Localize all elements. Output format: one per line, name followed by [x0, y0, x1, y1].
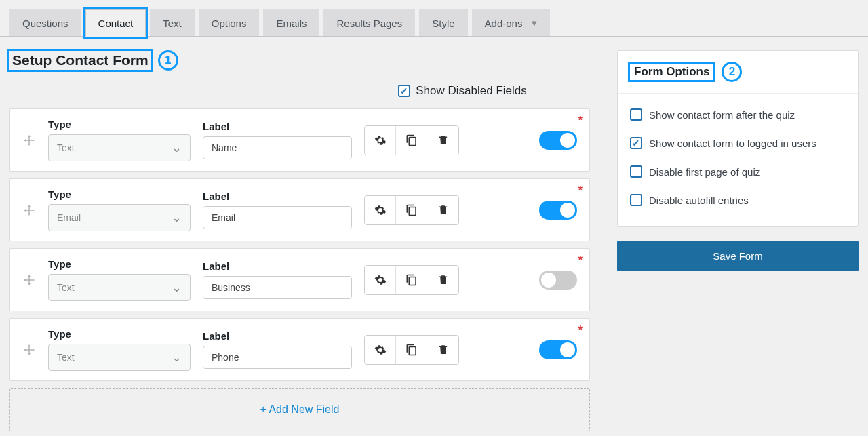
delete-button[interactable] [427, 196, 458, 224]
type-value: Text [57, 142, 75, 153]
tab-results-pages[interactable]: Results Pages [323, 9, 415, 36]
option-label: Show contact form after the quiz [649, 109, 795, 121]
chevron-down-icon [172, 140, 182, 155]
type-label: Type [48, 258, 191, 270]
gear-icon [374, 204, 387, 216]
required-icon: * [578, 115, 583, 127]
drag-handle-icon[interactable] [22, 343, 36, 357]
label-input[interactable] [203, 346, 352, 369]
field-row: * Type Email Label [9, 178, 590, 241]
label-label: Label [203, 121, 352, 132]
type-select[interactable]: Text [48, 344, 191, 371]
option-checkbox[interactable] [630, 165, 642, 178]
save-form-button[interactable]: Save Form [617, 241, 859, 271]
duplicate-button[interactable] [396, 336, 427, 364]
field-row: * Type Text Label [9, 318, 590, 381]
required-icon: * [578, 254, 583, 266]
gear-icon [374, 134, 387, 146]
delete-button[interactable] [427, 266, 458, 294]
drag-handle-icon[interactable] [22, 273, 36, 287]
option-after-quiz: Show contact form after the quiz [630, 100, 846, 129]
field-row: * Type Text Label [9, 248, 590, 311]
tab-contact[interactable]: Contact [85, 9, 146, 37]
tab-questions[interactable]: Questions [9, 9, 81, 36]
required-icon: * [578, 184, 583, 197]
label-input[interactable] [203, 206, 352, 229]
form-options-card: Form Options 2 Show contact form after t… [617, 50, 859, 227]
chevron-down-icon [172, 350, 182, 365]
field-enable-toggle[interactable] [539, 131, 577, 150]
drag-handle-icon[interactable] [22, 134, 36, 147]
settings-button[interactable] [365, 266, 396, 294]
label-input[interactable] [203, 136, 352, 159]
trash-icon [437, 344, 449, 355]
settings-button[interactable] [365, 196, 396, 224]
tab-label: Results Pages [336, 18, 402, 29]
copy-icon [406, 274, 418, 286]
duplicate-button[interactable] [396, 266, 427, 294]
tab-text[interactable]: Text [150, 9, 195, 36]
chevron-down-icon [172, 280, 182, 295]
trash-icon [437, 134, 449, 146]
tab-style[interactable]: Style [419, 9, 467, 36]
option-label: Show contact form to logged in users [649, 138, 816, 149]
field-actions [364, 125, 459, 155]
label-label: Label [203, 260, 352, 272]
callout-2: 2 [722, 62, 742, 82]
field-enable-toggle[interactable] [539, 340, 577, 359]
drag-handle-icon[interactable] [22, 203, 36, 217]
option-disable-autofill: Disable autofill entries [630, 186, 846, 214]
tab-label: Text [163, 18, 182, 29]
type-select[interactable]: Email [48, 204, 191, 231]
form-options-title: Form Options [630, 64, 713, 80]
option-checkbox[interactable] [630, 108, 642, 121]
tab-emails[interactable]: Emails [263, 9, 319, 36]
tab-label: Options [212, 18, 247, 29]
add-field-button[interactable]: + Add New Field [9, 388, 590, 431]
copy-icon [406, 344, 418, 356]
type-value: Text [57, 352, 75, 363]
field-row: * Type Text Label [9, 108, 590, 172]
field-enable-toggle[interactable] [539, 201, 577, 220]
tab-addons[interactable]: Add-ons [472, 9, 551, 36]
required-icon: * [578, 324, 583, 336]
option-logged-in-users: Show contact form to logged in users [630, 129, 846, 157]
delete-button[interactable] [427, 336, 458, 364]
chevron-down-icon [526, 17, 537, 29]
tab-label: Add-ons [485, 18, 523, 29]
show-disabled-checkbox[interactable] [398, 85, 410, 97]
copy-icon [406, 204, 418, 216]
settings-button[interactable] [365, 336, 396, 364]
label-input[interactable] [203, 276, 352, 299]
tab-bar: Questions Contact Text Options Emails Re… [0, 0, 868, 37]
option-disable-first-page: Disable first page of quiz [630, 157, 846, 186]
type-select[interactable]: Text [48, 134, 191, 161]
page-title: Setup Contact Form [9, 51, 151, 70]
field-actions [364, 335, 459, 365]
field-enable-toggle[interactable] [539, 271, 577, 290]
chevron-down-icon [172, 210, 182, 225]
tab-label: Contact [98, 18, 134, 29]
duplicate-button[interactable] [396, 126, 427, 155]
duplicate-button[interactable] [396, 196, 427, 224]
tab-label: Emails [276, 18, 307, 29]
settings-button[interactable] [365, 126, 396, 155]
show-disabled-label: Show Disabled Fields [416, 84, 526, 98]
type-select[interactable]: Text [48, 274, 191, 301]
type-value: Text [57, 282, 75, 293]
type-label: Type [48, 328, 191, 340]
field-actions [364, 265, 459, 295]
tab-options[interactable]: Options [199, 9, 260, 36]
tab-label: Questions [22, 18, 68, 29]
type-label: Type [48, 189, 191, 200]
callout-1: 1 [158, 50, 178, 71]
label-label: Label [203, 191, 352, 202]
copy-icon [406, 134, 418, 146]
trash-icon [437, 204, 449, 216]
option-checkbox[interactable] [630, 137, 642, 149]
gear-icon [374, 344, 387, 356]
option-checkbox[interactable] [630, 194, 642, 206]
type-label: Type [48, 119, 191, 130]
label-label: Label [203, 330, 352, 342]
delete-button[interactable] [427, 126, 458, 155]
